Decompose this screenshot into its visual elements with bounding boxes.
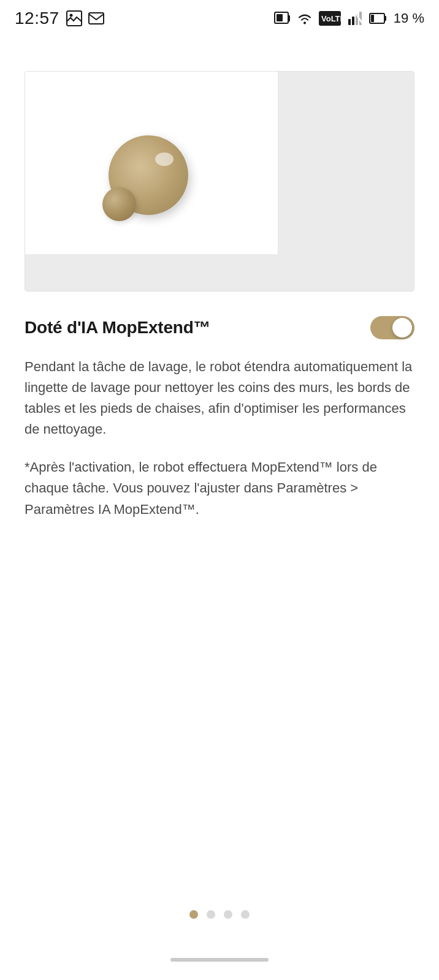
signal-icon bbox=[347, 10, 363, 26]
status-right: VoLTE 19 % bbox=[273, 10, 424, 27]
pagination-dots bbox=[0, 910, 439, 919]
feature-note: *Après l'activation, le robot effectuera… bbox=[25, 457, 414, 519]
dot-2[interactable] bbox=[207, 910, 215, 919]
home-indicator[interactable] bbox=[170, 958, 269, 962]
svg-rect-10 bbox=[352, 17, 354, 25]
svg-rect-5 bbox=[277, 14, 283, 21]
svg-point-1 bbox=[69, 14, 72, 17]
battery-percent: 19 % bbox=[394, 10, 424, 26]
svg-rect-15 bbox=[371, 15, 374, 22]
main-content: Doté d'IA MopExtend™ Pendant la tâche de… bbox=[0, 292, 439, 520]
svg-text:VoLTE: VoLTE bbox=[321, 14, 341, 23]
status-icons-left bbox=[66, 10, 105, 27]
svg-rect-4 bbox=[288, 15, 290, 21]
message-icon bbox=[88, 10, 105, 27]
dot-3[interactable] bbox=[224, 910, 232, 919]
status-time: 12:57 bbox=[15, 9, 59, 28]
dot-1[interactable] bbox=[189, 910, 198, 919]
svg-point-6 bbox=[303, 22, 306, 24]
mopextend-toggle[interactable] bbox=[370, 316, 414, 339]
carousel-side-panel bbox=[278, 72, 414, 291]
gallery-icon bbox=[66, 10, 83, 27]
toggle-knob bbox=[392, 318, 412, 337]
product-carousel[interactable] bbox=[25, 71, 414, 292]
screen-record-icon bbox=[273, 10, 291, 27]
dot-4[interactable] bbox=[241, 910, 250, 919]
status-bar: 12:57 bbox=[0, 0, 439, 34]
volte-icon: VoLTE bbox=[319, 11, 341, 26]
feature-description: Pendant la tâche de lavage, le robot éte… bbox=[25, 356, 414, 440]
robot-shine bbox=[155, 153, 174, 166]
svg-rect-16 bbox=[384, 16, 386, 21]
svg-rect-2 bbox=[89, 13, 104, 24]
wifi-icon bbox=[297, 10, 313, 26]
robot-image bbox=[102, 126, 200, 224]
robot-mop bbox=[102, 187, 136, 221]
status-left: 12:57 bbox=[15, 9, 105, 28]
feature-title: Doté d'IA MopExtend™ bbox=[25, 318, 210, 337]
feature-header-row: Doté d'IA MopExtend™ bbox=[25, 316, 414, 339]
battery-icon bbox=[369, 12, 387, 25]
svg-rect-9 bbox=[348, 19, 351, 25]
carousel-bottom-bar bbox=[25, 254, 278, 291]
carousel-main-image bbox=[25, 72, 278, 291]
